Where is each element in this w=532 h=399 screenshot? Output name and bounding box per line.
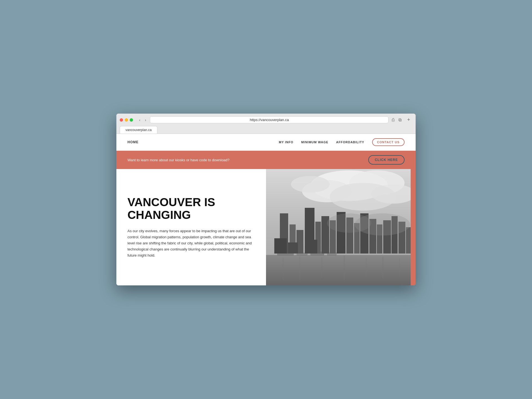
banner-text: Want to learn more about our kiosks or h… xyxy=(127,158,229,162)
hero-body-text: As our city evolves, many forces appear … xyxy=(127,228,255,259)
nav-affordability-link[interactable]: AFFORDABILITY xyxy=(336,140,364,144)
accent-bar xyxy=(411,169,416,285)
svg-rect-9 xyxy=(299,256,300,280)
address-bar[interactable]: https://vancouverplan.ca xyxy=(150,116,388,123)
svg-point-4 xyxy=(291,176,330,193)
nav-contact-us-link[interactable]: CONTACT US xyxy=(372,138,405,146)
svg-rect-7 xyxy=(266,255,416,285)
svg-rect-38 xyxy=(306,240,317,254)
svg-rect-8 xyxy=(283,258,283,280)
click-here-button[interactable]: CLICK HERE xyxy=(368,155,405,165)
tabs-button[interactable]: ⧉ xyxy=(397,117,403,123)
nav-right-links: MY INFO MINIMUM WAGE AFFORDABILITY CONTA… xyxy=(279,138,405,146)
active-tab[interactable]: vancouverplan.ca xyxy=(120,126,157,134)
hero-title: VANCOUVER IS CHANGING xyxy=(127,196,255,221)
svg-rect-10 xyxy=(321,257,322,278)
browser-chrome: ‹ › https://vancouverplan.ca ⎙ ⧉ + vanco… xyxy=(116,114,416,134)
website-content: HOME MY INFO MINIMUM WAGE AFFORDABILITY … xyxy=(116,134,416,285)
forward-button[interactable]: › xyxy=(143,117,148,123)
nav-minimum-wage-link[interactable]: MINIMUM WAGE xyxy=(301,140,328,144)
svg-rect-13 xyxy=(382,257,383,279)
svg-rect-12 xyxy=(366,258,367,277)
site-navigation: HOME MY INFO MINIMUM WAGE AFFORDABILITY … xyxy=(116,134,416,151)
hero-left-content: VANCOUVER IS CHANGING As our city evolve… xyxy=(116,169,266,285)
svg-point-40 xyxy=(327,213,371,233)
close-button[interactable] xyxy=(120,118,123,122)
promo-banner: Want to learn more about our kiosks or h… xyxy=(116,151,416,169)
new-tab-button[interactable]: + xyxy=(405,117,412,123)
browser-window: ‹ › https://vancouverplan.ca ⎙ ⧉ + vanco… xyxy=(116,114,416,285)
nav-my-info-link[interactable]: MY INFO xyxy=(279,140,293,144)
svg-rect-37 xyxy=(288,242,298,254)
desktop: ‹ › https://vancouverplan.ca ⎙ ⧉ + vanco… xyxy=(0,0,532,399)
nav-home-link[interactable]: HOME xyxy=(127,140,139,144)
svg-rect-14 xyxy=(399,258,400,277)
svg-rect-36 xyxy=(274,238,287,254)
back-button[interactable]: ‹ xyxy=(137,117,142,123)
hero-section: VANCOUVER IS CHANGING As our city evolve… xyxy=(116,169,416,285)
traffic-lights xyxy=(120,118,133,122)
maximize-button[interactable] xyxy=(130,118,133,122)
share-button[interactable]: ⎙ xyxy=(391,117,396,123)
skyline-image xyxy=(266,169,416,285)
svg-rect-11 xyxy=(344,255,345,280)
hero-right-image xyxy=(266,169,416,285)
minimize-button[interactable] xyxy=(125,118,128,122)
svg-point-6 xyxy=(330,183,396,211)
